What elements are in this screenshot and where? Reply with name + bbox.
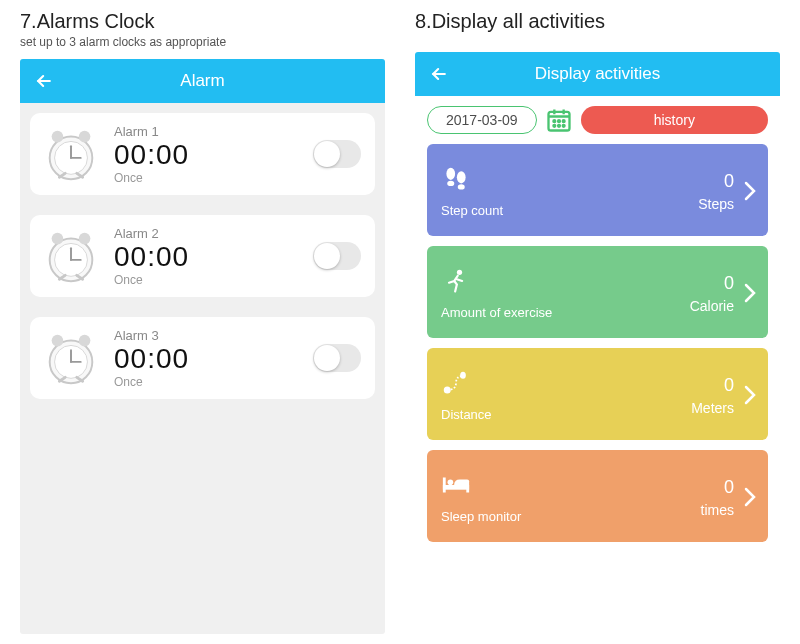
route-icon <box>441 369 471 397</box>
activity-card-sleep[interactable]: Sleep monitor 0 times <box>427 450 768 542</box>
alarm-clock-icon <box>40 327 102 389</box>
svg-point-38 <box>457 269 462 274</box>
activity-unit: Meters <box>691 400 734 416</box>
alarm-repeat: Once <box>114 171 301 185</box>
activity-card-distance[interactable]: Distance 0 Meters <box>427 348 768 440</box>
svg-point-18 <box>52 335 64 347</box>
toggle-knob <box>314 243 340 269</box>
activity-label: Sleep monitor <box>441 509 521 524</box>
alarm-info: Alarm 2 00:00 Once <box>114 226 301 287</box>
toggle-knob <box>314 141 340 167</box>
svg-point-28 <box>553 120 555 122</box>
alarm-time: 00:00 <box>114 343 301 375</box>
history-button[interactable]: history <box>581 106 768 134</box>
svg-point-19 <box>79 335 91 347</box>
alarm-repeat: Once <box>114 273 301 287</box>
svg-rect-42 <box>466 485 469 493</box>
footprints-icon <box>441 165 471 193</box>
svg-point-3 <box>79 131 91 143</box>
chevron-right-icon <box>742 281 758 305</box>
alarm-clock-icon <box>40 225 102 287</box>
chevron-right-icon <box>742 383 758 407</box>
alarm-card[interactable]: Alarm 2 00:00 Once <box>30 215 375 297</box>
alarm-titlebar: Alarm <box>20 59 385 103</box>
activity-card-steps[interactable]: Step count 0 Steps <box>427 144 768 236</box>
alarm-clock-icon <box>40 123 102 185</box>
bed-icon <box>441 471 471 499</box>
svg-point-43 <box>448 479 454 485</box>
alarm-list: Alarm 1 00:00 Once <box>20 103 385 409</box>
svg-rect-41 <box>443 485 469 490</box>
alarm-screen: Alarm Alarm 1 00:00 Once <box>20 59 385 634</box>
activity-left: Amount of exercise <box>441 267 552 320</box>
date-pill[interactable]: 2017-03-09 <box>427 106 537 134</box>
chevron-right-icon <box>742 485 758 509</box>
activity-unit: Steps <box>698 196 734 212</box>
spacer <box>415 35 780 52</box>
svg-point-10 <box>52 233 64 245</box>
activities-screen: Display activities 2017-03-09 history <box>415 52 780 634</box>
alarm-name: Alarm 1 <box>114 124 301 139</box>
alarm-card[interactable]: Alarm 1 00:00 Once <box>30 113 375 195</box>
svg-point-32 <box>558 125 560 127</box>
activity-left: Sleep monitor <box>441 471 521 524</box>
alarm-info: Alarm 1 00:00 Once <box>114 124 301 185</box>
activity-unit: Calorie <box>690 298 734 314</box>
activity-right: 0 Calorie <box>690 273 742 314</box>
back-arrow-icon[interactable] <box>34 71 54 91</box>
running-icon <box>441 267 471 295</box>
activity-label: Distance <box>441 407 492 422</box>
alarm-toggle[interactable] <box>313 344 361 372</box>
alarm-info: Alarm 3 00:00 Once <box>114 328 301 389</box>
alarm-toggle[interactable] <box>313 140 361 168</box>
svg-point-29 <box>558 120 560 122</box>
activity-right: 0 Meters <box>691 375 742 416</box>
svg-point-37 <box>458 184 465 189</box>
activity-card-exercise[interactable]: Amount of exercise 0 Calorie <box>427 246 768 338</box>
svg-point-35 <box>447 180 454 185</box>
activities-section: 8.Display all activities Display activit… <box>415 10 780 634</box>
alarm-toggle[interactable] <box>313 242 361 270</box>
activity-value: 0 <box>724 171 734 192</box>
svg-point-11 <box>79 233 91 245</box>
activity-value: 0 <box>724 273 734 294</box>
activity-label: Amount of exercise <box>441 305 552 320</box>
activity-value: 0 <box>724 375 734 396</box>
alarm-section: 7.Alarms Clock set up to 3 alarm clocks … <box>20 10 385 634</box>
chevron-right-icon <box>742 179 758 203</box>
activity-right: 0 Steps <box>698 171 742 212</box>
activity-value: 0 <box>724 477 734 498</box>
calendar-icon[interactable] <box>545 106 573 134</box>
activity-label: Step count <box>441 203 503 218</box>
alarm-time: 00:00 <box>114 241 301 273</box>
section-subtitle: set up to 3 alarm clocks as appropriate <box>20 35 385 49</box>
alarm-title: Alarm <box>20 71 385 91</box>
svg-point-36 <box>457 171 466 183</box>
activity-list: Step count 0 Steps Amount of exercise <box>415 144 780 542</box>
section-title: 8.Display all activities <box>415 10 780 33</box>
alarm-name: Alarm 2 <box>114 226 301 241</box>
alarm-name: Alarm 3 <box>114 328 301 343</box>
svg-point-2 <box>52 131 64 143</box>
activities-title: Display activities <box>415 64 780 84</box>
toggle-knob <box>314 345 340 371</box>
alarm-repeat: Once <box>114 375 301 389</box>
activity-right: 0 times <box>701 477 742 518</box>
activity-left: Step count <box>441 165 503 218</box>
activities-titlebar: Display activities <box>415 52 780 96</box>
section-title: 7.Alarms Clock <box>20 10 385 33</box>
alarm-time: 00:00 <box>114 139 301 171</box>
alarm-card[interactable]: Alarm 3 00:00 Once <box>30 317 375 399</box>
back-arrow-icon[interactable] <box>429 64 449 84</box>
svg-point-33 <box>562 125 564 127</box>
date-row: 2017-03-09 history <box>415 96 780 144</box>
svg-point-30 <box>562 120 564 122</box>
svg-point-34 <box>446 167 455 179</box>
activity-unit: times <box>701 502 734 518</box>
activity-left: Distance <box>441 369 492 422</box>
svg-point-31 <box>553 125 555 127</box>
